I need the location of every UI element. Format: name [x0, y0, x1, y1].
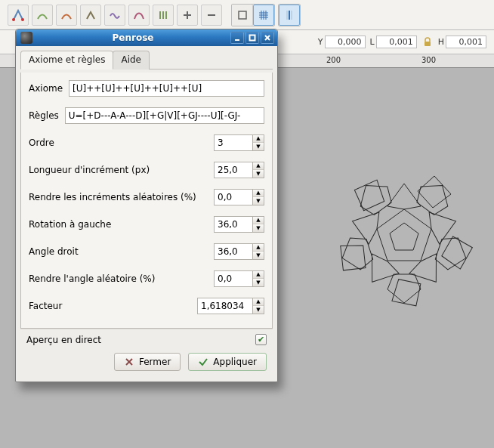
left-rotation-input[interactable]: [214, 216, 253, 233]
spin-up-icon[interactable]: ▲: [253, 244, 264, 252]
svg-marker-5: [390, 223, 418, 250]
right-angle-label: Angle droit: [29, 246, 208, 257]
lock-icon[interactable]: [421, 36, 434, 48]
live-preview-checkbox[interactable]: [255, 334, 267, 345]
svg-marker-16: [350, 175, 391, 216]
status-h-value[interactable]: 0,001: [446, 36, 486, 48]
rand-angle-input[interactable]: [214, 270, 253, 287]
spin-up-icon[interactable]: ▲: [253, 135, 264, 143]
toggle-guides[interactable]: [279, 5, 300, 26]
increment-spin[interactable]: ▲▼: [214, 162, 264, 178]
svg-marker-21: [353, 175, 397, 218]
rules-label: Règles: [29, 110, 59, 121]
maximize-button[interactable]: [245, 32, 259, 44]
view-toggle-group-a: [231, 4, 275, 26]
tool-bars[interactable]: [153, 5, 174, 26]
apply-button-label: Appliquer: [213, 357, 257, 367]
spin-down-icon[interactable]: ▼: [253, 143, 264, 150]
axiom-rules-panel: Axiome Règles Ordre ▲▼ Longueur d'incrém…: [20, 73, 273, 329]
spin-up-icon[interactable]: ▲: [253, 162, 264, 170]
live-preview-row: Aperçu en direct: [20, 329, 273, 348]
ruler-tick: 300: [421, 56, 436, 64]
close-icon: [124, 357, 134, 367]
right-angle-input[interactable]: [214, 243, 253, 260]
spin-up-icon[interactable]: ▲: [253, 298, 264, 306]
rand-angle-spin[interactable]: ▲▼: [214, 270, 264, 287]
svg-marker-12: [384, 270, 429, 316]
toggle-grid[interactable]: [253, 5, 274, 26]
check-icon: [198, 357, 208, 367]
increment-input[interactable]: [214, 162, 253, 178]
rand-increments-spin[interactable]: ▲▼: [214, 189, 264, 205]
svg-rect-2: [208, 14, 215, 16]
top-toolbar: [0, 0, 494, 30]
svg-marker-18: [434, 233, 471, 274]
spin-down-icon[interactable]: ▼: [253, 224, 264, 232]
increment-label: Longueur d'incrément (px): [29, 165, 208, 175]
tool-bar-h[interactable]: [201, 5, 222, 26]
svg-marker-8: [418, 176, 451, 208]
status-y-label: Y: [318, 37, 323, 47]
spin-down-icon[interactable]: ▼: [253, 279, 264, 286]
svg-marker-11: [408, 252, 450, 292]
svg-marker-7: [387, 184, 421, 209]
status-y-value[interactable]: 0,000: [325, 36, 366, 48]
spin-down-icon[interactable]: ▼: [253, 306, 264, 314]
svg-marker-17: [412, 175, 455, 218]
factor-label: Facteur: [29, 301, 191, 311]
tool-sharpen[interactable]: [80, 5, 101, 26]
rand-increments-input[interactable]: [214, 189, 253, 205]
tab-axiom-rules[interactable]: Axiome et règles: [20, 51, 113, 70]
svg-marker-6: [377, 209, 431, 261]
dialog-buttons: Fermer Appliquer: [20, 348, 273, 377]
spin-up-icon[interactable]: ▲: [253, 217, 264, 224]
spin-down-icon[interactable]: ▼: [253, 170, 264, 178]
status-l-value[interactable]: 0,001: [376, 36, 417, 48]
status-l-label: L: [370, 37, 375, 47]
status-h-label: H: [438, 37, 444, 47]
rand-increments-label: Rendre les incréments aléatoires (%): [29, 192, 208, 202]
toggle-outline[interactable]: [232, 5, 253, 26]
rules-input[interactable]: [65, 107, 264, 124]
rand-angle-label: Rendre l'angle aléatoire (%): [29, 273, 208, 284]
axiom-label: Axiome: [29, 83, 63, 94]
minimize-button[interactable]: [230, 32, 244, 44]
live-preview-label: Aperçu en direct: [26, 335, 255, 345]
ruler-tick: 200: [326, 56, 341, 64]
svg-marker-14: [330, 235, 375, 280]
order-spin[interactable]: ▲▼: [214, 134, 264, 151]
close-window-button[interactable]: [261, 32, 274, 44]
tab-help[interactable]: Aide: [113, 51, 150, 70]
titlebar[interactable]: Penrose: [16, 29, 277, 46]
left-rotation-spin[interactable]: ▲▼: [214, 216, 264, 233]
svg-rect-4: [425, 42, 431, 46]
window-title: Penrose: [36, 32, 230, 43]
right-angle-spin[interactable]: ▲▼: [214, 243, 264, 260]
spin-up-icon[interactable]: ▲: [253, 271, 264, 279]
spin-down-icon[interactable]: ▼: [253, 252, 264, 259]
view-toggle-group-b: [278, 4, 301, 26]
order-input[interactable]: [214, 134, 253, 151]
axiom-input[interactable]: [69, 80, 264, 97]
apply-button[interactable]: Appliquer: [188, 353, 267, 371]
svg-rect-3: [239, 11, 246, 19]
svg-point-1: [21, 18, 24, 21]
left-rotation-label: Rotation à gauche: [29, 219, 208, 230]
svg-marker-13: [359, 252, 401, 292]
penrose-dialog: Penrose Axiome et règles Aide Axiome Règ…: [15, 29, 278, 382]
factor-spin[interactable]: ▲▼: [197, 298, 264, 314]
tool-wave[interactable]: [104, 5, 125, 26]
spin-down-icon[interactable]: ▼: [253, 197, 264, 205]
factor-input[interactable]: [197, 298, 253, 314]
svg-rect-23: [250, 36, 255, 41]
tool-bezier[interactable]: [128, 5, 150, 26]
app-icon: [20, 32, 32, 44]
tool-plus[interactable]: [177, 5, 198, 26]
tabs: Axiome et règles Aide: [20, 51, 273, 70]
close-button[interactable]: Fermer: [114, 353, 181, 371]
tool-node-edit[interactable]: [8, 5, 29, 26]
penrose-fractal-render: [325, 159, 483, 317]
tool-curve-b[interactable]: [56, 5, 77, 26]
tool-curve-a[interactable]: [32, 5, 53, 26]
spin-up-icon[interactable]: ▲: [253, 190, 264, 197]
